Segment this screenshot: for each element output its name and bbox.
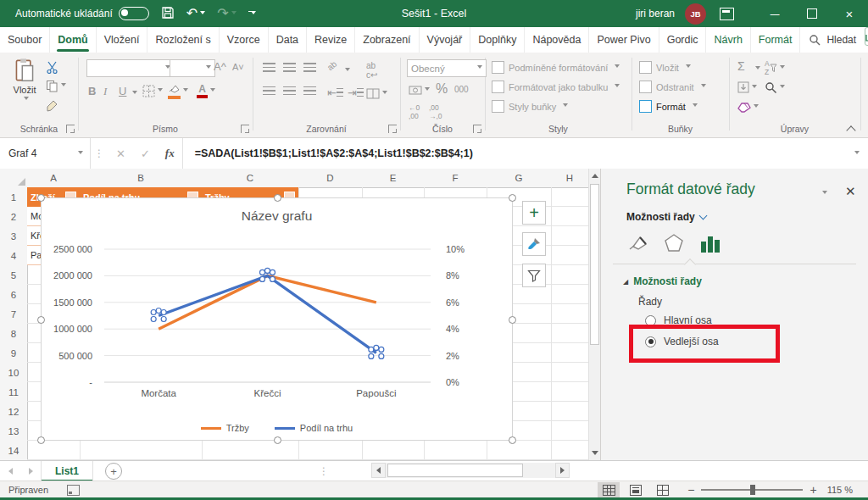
underline-dropdown-icon[interactable] (132, 91, 137, 97)
bold-icon[interactable]: B (88, 85, 96, 97)
page-break-view-icon[interactable] (652, 482, 674, 498)
chart-filters-button[interactable] (522, 264, 546, 287)
ribbon-display-options-icon[interactable] (720, 8, 734, 20)
paste-button[interactable]: Vložit (7, 58, 42, 120)
row-header-3[interactable]: 3 (0, 226, 28, 247)
tabbar-grip[interactable]: ⋮ (319, 461, 329, 481)
ribbon-tab-dom-[interactable]: Domů (50, 27, 96, 53)
cells-item-2[interactable]: Formát (639, 100, 698, 113)
clipboard-dialog-launcher[interactable] (66, 125, 75, 133)
chart-resize-handle[interactable] (509, 316, 516, 324)
decrease-indent-icon[interactable]: ⇤ (327, 86, 343, 99)
row-header-1[interactable]: 1 (0, 187, 28, 208)
align-right-icon[interactable] (303, 86, 316, 96)
series-options-bars-icon[interactable] (699, 233, 721, 256)
find-select-icon[interactable] (765, 81, 785, 94)
chart-resize-handle[interactable] (274, 194, 281, 202)
column-header-c[interactable]: C (202, 169, 299, 188)
ribbon-tab-gordic[interactable]: Gordic (659, 27, 707, 53)
decrease-decimal-icon[interactable]: ,00→,0 (429, 103, 442, 120)
font-size-combo[interactable] (170, 59, 215, 77)
worksheet[interactable]: ABCDEFGH 1234567891011121314 ZbožíPodíl … (0, 169, 600, 460)
align-center-icon[interactable] (283, 86, 296, 96)
scroll-up-icon[interactable] (589, 169, 601, 183)
align-left-icon[interactable] (263, 86, 275, 96)
ribbon-tab-form-t[interactable]: Formát (751, 27, 801, 53)
cells-item-0[interactable]: Vložit (639, 61, 691, 74)
fill-down-icon[interactable] (737, 81, 757, 93)
sort-filter-icon[interactable]: AZ (765, 59, 785, 76)
fill-bucket-icon[interactable] (626, 233, 648, 256)
chart-resize-handle[interactable] (37, 436, 45, 444)
styles-item-2[interactable]: Styly buňky (492, 100, 568, 113)
chart-resize-handle[interactable] (509, 436, 516, 444)
sheet-nav-right-icon[interactable] (20, 461, 41, 481)
ribbon-tab-revize[interactable]: Revize (307, 27, 355, 53)
ribbon-tab-vlo-en-[interactable]: Vložení (97, 27, 148, 53)
zoom-out-icon[interactable]: − (687, 483, 694, 497)
expand-formula-bar-icon[interactable] (854, 151, 860, 157)
share-icon[interactable] (865, 27, 868, 46)
series-options-section[interactable]: ◢Možnosti řady (623, 275, 702, 287)
align-middle-icon[interactable] (283, 63, 296, 72)
row-header-11[interactable]: 11 (0, 382, 28, 403)
zoom-slider-thumb[interactable] (750, 485, 755, 495)
formula-input[interactable]: =SADA(List1!$B$1;List1!$A$2:$A$4;List1!$… (182, 138, 852, 169)
horizontal-scrollbar[interactable] (371, 463, 583, 478)
row-header-2[interactable]: 2 (0, 207, 28, 227)
zoom-in-icon[interactable]: + (810, 483, 816, 497)
decrease-font-icon[interactable]: A˅ (232, 62, 244, 72)
ribbon-tab-power-pivo[interactable]: Power Pivo (589, 27, 659, 53)
minimize-button[interactable]: ─ (756, 0, 793, 27)
row-header-12[interactable]: 12 (0, 402, 28, 422)
quick-access-toolbar-icon[interactable] (248, 8, 256, 19)
scroll-down-icon[interactable] (589, 446, 601, 460)
sheet-tab-list1[interactable]: List1 (41, 461, 93, 481)
borders-icon[interactable] (142, 85, 163, 97)
align-top-icon[interactable] (263, 63, 275, 72)
sheet-nav-left-icon[interactable] (0, 461, 20, 481)
row-header-6[interactable]: 6 (0, 285, 28, 305)
new-sheet-icon[interactable]: + (105, 463, 122, 480)
align-bottom-icon[interactable] (303, 63, 316, 72)
italic-icon[interactable]: I (103, 85, 107, 98)
ribbon-tab-dopl-ky[interactable]: Doplňky (470, 27, 525, 53)
column-header-f[interactable]: F (424, 169, 487, 188)
row-header-5[interactable]: 5 (0, 265, 28, 286)
select-all-corner[interactable] (0, 169, 28, 188)
legend-item[interactable]: Podíl na trhu (275, 423, 353, 433)
format-painter-icon[interactable] (46, 99, 58, 112)
merge-center-icon[interactable] (366, 88, 387, 99)
accounting-format-icon[interactable] (409, 85, 430, 96)
ribbon-tab-vzorce[interactable]: Vzorce (220, 27, 269, 53)
orientation-dropdown-icon[interactable] (345, 68, 350, 74)
ribbon-tab-rozlo-en-s[interactable]: Rozložení s (147, 27, 219, 53)
avatar[interactable]: JB (685, 3, 706, 25)
styles-item-1[interactable]: Formátovat jako tabulku (492, 81, 620, 93)
styles-item-0[interactable]: Podmíněné formátování (492, 61, 620, 74)
save-icon[interactable] (161, 6, 175, 22)
ribbon-search[interactable]: Hledat (800, 27, 865, 53)
undo-icon[interactable]: ↶ (186, 7, 205, 20)
cells-item-1[interactable]: Odstranit (639, 81, 706, 93)
effects-pentagon-icon[interactable] (664, 233, 684, 256)
cancel-icon[interactable]: ✕ (108, 147, 133, 160)
row-header-14[interactable]: 14 (0, 441, 28, 461)
column-header-e[interactable]: E (362, 169, 425, 188)
redo-icon[interactable]: ↷ (217, 7, 236, 20)
paste-dropdown-icon[interactable] (24, 97, 29, 103)
pane-options-selector[interactable]: Možnosti řady (626, 211, 706, 223)
font-dialog-launcher[interactable] (241, 125, 249, 133)
normal-view-icon[interactable] (598, 482, 620, 498)
orientation-icon[interactable]: ab (326, 59, 339, 73)
row-header-4[interactable]: 4 (0, 246, 28, 266)
font-name-combo[interactable] (86, 59, 175, 77)
cut-icon[interactable] (46, 61, 58, 74)
ribbon-tab-zobrazen-[interactable]: Zobrazení (355, 27, 419, 53)
column-header-d[interactable]: D (298, 169, 363, 188)
pane-dropdown-icon[interactable] (822, 191, 827, 197)
row-header-9[interactable]: 9 (0, 343, 28, 364)
pane-close-icon[interactable]: ✕ (845, 184, 856, 199)
chart-elements-button[interactable]: + (522, 201, 546, 225)
ribbon-tab-data[interactable]: Data (269, 27, 307, 53)
